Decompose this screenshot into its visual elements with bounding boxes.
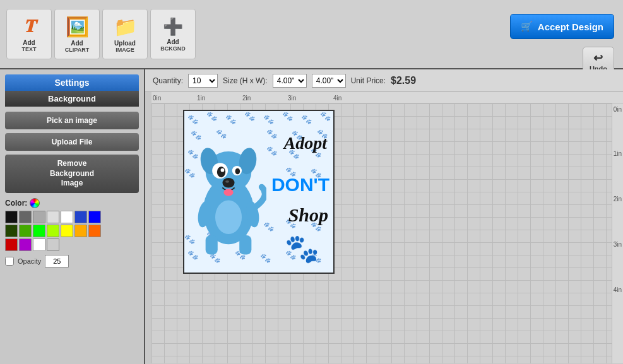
- color-swatch-black[interactable]: [5, 211, 18, 223]
- add-text-sublabel: TEXT: [21, 46, 36, 52]
- color-text: Color:: [5, 199, 27, 208]
- controls-bar: Quantity: 102550100 Size (H x W): 4.00"3…: [145, 69, 623, 92]
- cart-icon-top: 🛒: [521, 21, 533, 32]
- settings-title: Settings: [5, 74, 139, 91]
- ruler-mark-4in: 4in: [333, 95, 341, 102]
- paw-mark-6: 🐾: [282, 111, 293, 121]
- ruler-right-0in: 0in: [614, 106, 622, 113]
- upload-image-label: Upload: [114, 40, 136, 47]
- upload-image-sublabel: IMAGE: [116, 47, 134, 53]
- color-swatch-white2[interactable]: [33, 238, 45, 251]
- dog-svg: [191, 124, 266, 262]
- color-swatch-blue[interactable]: [88, 211, 101, 223]
- svg-point-11: [222, 178, 234, 187]
- pick-image-button[interactable]: Pick an image: [5, 112, 139, 129]
- color-swatch-white[interactable]: [61, 211, 73, 223]
- dont-text: DON'T: [271, 174, 329, 196]
- ruler-right-3in: 3in: [614, 241, 622, 248]
- svg-rect-5: [239, 235, 251, 255]
- settings-panel: Settings Background Pick an image Upload…: [0, 69, 145, 364]
- paw-mark-11: 🐾: [266, 129, 277, 139]
- paw-mark-8: 🐾: [320, 111, 331, 121]
- paw-mark-3: 🐾: [225, 114, 236, 124]
- add-clipart-button[interactable]: 🖼️ Add CLIPART: [54, 9, 100, 59]
- quantity-select[interactable]: 102550100: [188, 74, 218, 88]
- ruler-mark-2in: 2in: [242, 95, 251, 102]
- background-tab[interactable]: Background: [5, 91, 139, 107]
- color-grid: [5, 211, 139, 251]
- price-value: $2.59: [391, 75, 416, 86]
- color-swatch-navy[interactable]: [74, 211, 87, 223]
- ruler-right-2in: 2in: [614, 196, 622, 203]
- color-swatch-orange[interactable]: [74, 225, 87, 237]
- remove-background-button[interactable]: Remove Background Image: [5, 155, 139, 193]
- svg-point-10: [235, 168, 240, 175]
- size-h-select[interactable]: 4.00"3.00"2.00": [273, 74, 307, 88]
- color-swatch-silver[interactable]: [47, 238, 59, 251]
- color-swatch-darkgray[interactable]: [19, 211, 32, 223]
- color-wheel-icon[interactable]: [30, 198, 40, 208]
- add-clipart-label: Add: [71, 40, 83, 47]
- add-text-label: Add: [23, 39, 35, 46]
- unit-price-label: Unit Price:: [351, 76, 386, 85]
- color-label: Color:: [5, 198, 139, 208]
- add-clipart-sublabel: CLIPART: [65, 47, 89, 53]
- svg-point-12: [225, 180, 229, 183]
- opacity-input[interactable]: 25: [45, 255, 69, 267]
- svg-point-13: [223, 189, 233, 196]
- color-swatch-yellow[interactable]: [61, 225, 73, 237]
- background-icon: ➕: [163, 17, 183, 37]
- paw-mark-1: 🐾: [187, 114, 198, 124]
- size-w-select[interactable]: 4.00"3.00"2.00": [312, 74, 346, 88]
- color-swatch-red[interactable]: [5, 238, 18, 251]
- svg-rect-4: [206, 235, 218, 255]
- accept-design-top-button[interactable]: 🛒 Accept Design: [510, 14, 614, 39]
- ruler-mark-1in: 1in: [197, 95, 205, 102]
- adopt-text: Adopt: [284, 133, 327, 153]
- paw-big-icon: 🐾: [285, 232, 319, 265]
- svg-point-8: [221, 168, 225, 172]
- color-swatch-purple[interactable]: [19, 238, 32, 251]
- upload-file-button[interactable]: Upload File: [5, 133, 139, 151]
- color-section: Color:: [5, 198, 139, 251]
- size-label: Size (H x W):: [223, 76, 268, 85]
- toolbar: 𝐓 Add TEXT 🖼️ Add CLIPART 📁 Upload IMAGE…: [0, 0, 623, 68]
- ruler-right-4in: 4in: [614, 286, 622, 293]
- add-bckgnd-sublabel: BCKGND: [160, 45, 186, 52]
- text-icon: 𝐓: [23, 16, 35, 37]
- color-swatch-darkgreen[interactable]: [5, 225, 18, 237]
- color-swatch-darkorange[interactable]: [88, 225, 101, 237]
- add-bckgnd-label: Add: [167, 38, 179, 45]
- ruler-mark-0in: 0in: [153, 95, 161, 102]
- ruler-mark-3in: 3in: [288, 95, 296, 102]
- paw-mark-15: 🐾: [266, 146, 277, 156]
- upload-icon: 📁: [114, 16, 137, 38]
- design-canvas[interactable]: 🐾 🐾 🐾 🐾 🐾 🐾 🐾 🐾 🐾 🐾 🐾 🐾 🐾 🐾 🐾 🐾 🐾 🐾 🐾: [183, 110, 335, 274]
- canvas-area: Quantity: 102550100 Size (H x W): 4.00"3…: [145, 69, 623, 364]
- paw-mark-4: 🐾: [244, 111, 255, 121]
- paw-mark-7: 🐾: [301, 114, 312, 124]
- color-swatch-gray[interactable]: [33, 211, 45, 223]
- svg-point-16: [215, 200, 242, 234]
- shop-text: Shop: [288, 204, 328, 226]
- add-background-button[interactable]: ➕ Add BCKGND: [150, 9, 196, 59]
- paw-mark-2: 🐾: [206, 111, 217, 121]
- color-swatch-lightgray[interactable]: [47, 211, 59, 223]
- color-swatch-lime[interactable]: [33, 225, 45, 237]
- main-area: Settings Background Pick an image Upload…: [0, 68, 623, 364]
- color-swatch-green[interactable]: [19, 225, 32, 237]
- quantity-label: Quantity:: [153, 76, 183, 85]
- clipart-icon: 🖼️: [66, 16, 89, 38]
- ruler-top: 0in 1in 2in 3in 4in: [151, 92, 623, 103]
- upload-image-button[interactable]: 📁 Upload IMAGE: [102, 9, 148, 59]
- opacity-label: Opacity: [18, 257, 41, 265]
- dog-image: [191, 124, 266, 262]
- paw-mark-5: 🐾: [263, 114, 274, 124]
- opacity-checkbox[interactable]: [5, 257, 14, 266]
- grid-container[interactable]: 0in 1in 2in 3in 4in 🐾 🐾 🐾 🐾 🐾 🐾 🐾 🐾 🐾: [151, 103, 623, 363]
- add-text-button[interactable]: 𝐓 Add TEXT: [6, 9, 52, 59]
- color-swatch-yellowgreen[interactable]: [47, 225, 59, 237]
- svg-point-7: [217, 167, 225, 177]
- ruler-right-1in: 1in: [614, 150, 622, 157]
- accept-design-top-label: Accept Design: [538, 21, 603, 32]
